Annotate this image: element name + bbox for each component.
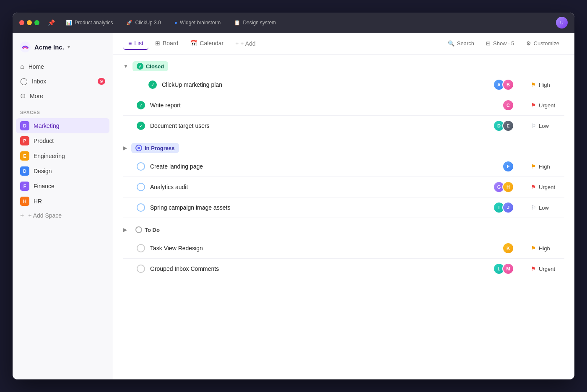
tab-list[interactable]: ≡ List [123,37,148,50]
product-avatar: P [20,136,29,145]
task-priority: ⚑ Urgent [531,265,564,272]
inbox-icon: ◯ [20,77,28,85]
inprogress-status-icon [135,145,142,151]
table-row[interactable]: ⋮⋮ ✓ ClickUp marketing plan A B ⚑ [123,75,564,95]
task-status-todo[interactable] [137,244,145,252]
avatar: J [502,202,514,213]
task-priority: ⚐ Low [531,122,564,129]
sidebar-item-inbox[interactable]: ◯ Inbox 9 [16,74,109,88]
task-status-closed[interactable]: ✓ [137,101,145,109]
priority-flag-icon: ⚑ [531,245,536,252]
content-area: ≡ List ⊞ Board 📅 Calendar + + Add 🔍 [113,33,574,379]
sidebar-item-more[interactable]: ⊙ More [16,88,109,103]
group-todo-header[interactable]: ▶ To Do [123,218,564,238]
group-inprogress-chevron[interactable]: ▶ [123,145,127,151]
avatar: B [502,79,514,91]
avatar: M [502,263,514,275]
table-row[interactable]: Create landing page F ⚑ High [123,156,564,177]
task-status-todo[interactable] [137,265,145,273]
pin-icon: 📌 [48,19,55,26]
search-button[interactable]: 🔍 Search [443,38,479,49]
add-space-button[interactable]: + + Add Space [16,209,109,222]
brand-chevron-icon: ▾ [68,44,70,50]
group-todo-badge: To Do [131,225,164,235]
tab-product-analytics[interactable]: 📊 Product analytics [62,18,117,27]
sidebar: Acme Inc. ▾ ⌂ Home ◯ Inbox 9 ⊙ More Spa [13,33,113,379]
minimize-button[interactable] [27,20,32,25]
group-todo-chevron[interactable]: ▶ [123,227,127,233]
tab-board[interactable]: ⊞ Board [150,37,183,50]
table-row[interactable]: Grouped Inbox Comments L M ⚑ Urgent [123,259,564,279]
engineering-avatar: E [20,151,29,161]
tab-widget-brainstorm[interactable]: ● Widget brainstorm [170,18,225,27]
maximize-button[interactable] [34,20,39,25]
task-priority: ⚑ High [531,163,564,170]
table-row[interactable]: ✓ Document target users D E ⚐ Low [123,116,564,136]
avatar: F [502,161,514,172]
avatar: C [502,99,514,111]
task-status-inprogress[interactable] [137,162,145,171]
task-priority: ⚑ High [531,245,564,252]
group-inprogress-badge: In Progress [131,143,179,153]
filter-icon: ⊟ [486,40,491,47]
group-closed-chevron[interactable]: ▼ [123,63,128,69]
brand-button[interactable]: Acme Inc. ▾ [13,39,113,60]
avatar: H [502,181,514,193]
main-layout: Acme Inc. ▾ ⌂ Home ◯ Inbox 9 ⊙ More Spa [13,33,574,379]
group-inprogress-header[interactable]: ▶ In Progress [123,136,564,156]
finance-avatar: F [20,182,29,191]
spaces-section-title: Spaces [13,103,113,118]
user-avatar[interactable]: U [556,17,568,29]
priority-flag-icon: ⚑ [531,102,536,109]
sidebar-item-design[interactable]: D Design [16,164,109,179]
task-assignees: I J [493,202,514,213]
brand-name: Acme Inc. [34,44,64,51]
sidebar-item-hr[interactable]: H HR [16,194,109,209]
sidebar-item-home[interactable]: ⌂ Home [16,60,109,74]
close-button[interactable] [19,20,24,25]
task-status-inprogress[interactable] [137,203,145,212]
marketing-avatar: D [20,121,29,130]
table-row[interactable]: Spring campaign image assets I J ⚐ Low [123,197,564,218]
task-assignees: K [502,242,514,254]
task-name: ClickUp marketing plan [162,81,493,88]
task-assignees: F [502,161,514,172]
add-view-button[interactable]: + + Add [230,38,260,49]
tab-design-system[interactable]: 📋 Design system [230,18,280,27]
tab-calendar[interactable]: 📅 Calendar [185,37,229,50]
task-status-closed[interactable]: ✓ [137,122,145,130]
add-space-icon: + [20,212,24,219]
brand-logo-icon [19,41,31,53]
task-assignees: G H [493,181,514,193]
task-name: Create landing page [150,163,502,170]
spaces-list: D Marketing P Product E Engineering D De… [13,118,113,222]
add-icon: + [235,40,239,47]
table-row[interactable]: Analytics audit G H ⚑ Urgent [123,177,564,197]
task-name: Write report [150,102,502,109]
task-status-closed[interactable]: ✓ [148,80,157,89]
inbox-badge: 9 [98,78,105,85]
task-priority: ⚑ High [531,81,564,88]
gear-icon: ⚙ [526,40,531,47]
sidebar-item-engineering[interactable]: E Engineering [16,148,109,164]
task-name: Analytics audit [150,184,493,190]
task-status-inprogress[interactable] [137,183,145,191]
task-assignees: D E [493,120,514,132]
tab-clickup3[interactable]: 🚀 ClickUp 3.0 [122,18,165,27]
group-closed-header[interactable]: ▼ ✓ Closed [123,55,564,75]
sidebar-item-finance[interactable]: F Finance [16,179,109,194]
task-priority: ⚑ Urgent [531,184,564,190]
customize-button[interactable]: ⚙ Customize [521,38,564,49]
table-row[interactable]: Task View Redesign K ⚑ High [123,238,564,259]
toolbar: ≡ List ⊞ Board 📅 Calendar + + Add 🔍 [113,33,574,55]
sidebar-item-marketing[interactable]: D Marketing [16,118,109,133]
sidebar-item-product[interactable]: P Product [16,133,109,148]
task-priority: ⚐ Low [531,204,564,211]
task-name: Document target users [150,122,493,129]
design-avatar: D [20,166,29,176]
board-icon: ⊞ [155,40,160,47]
table-row[interactable]: ✓ Write report C ⚑ Urgent [123,95,564,116]
task-name: Task View Redesign [150,245,502,252]
show-button[interactable]: ⊟ Show · 5 [481,38,519,49]
todo-status-icon [135,226,142,233]
